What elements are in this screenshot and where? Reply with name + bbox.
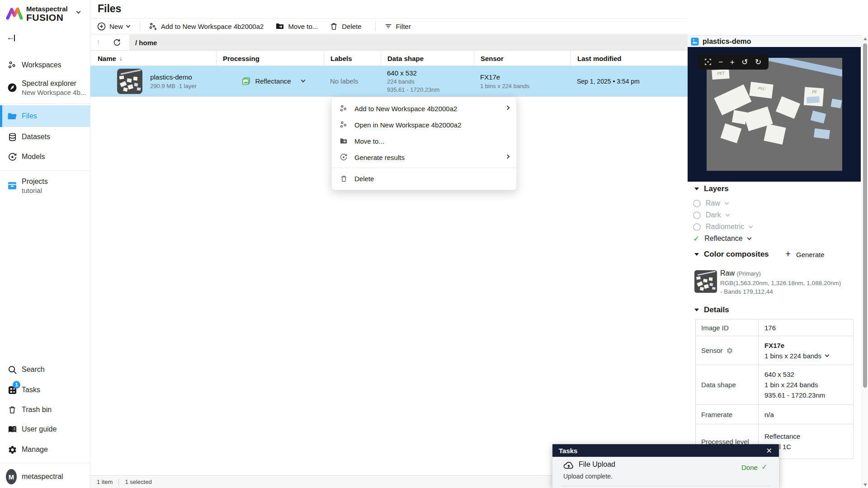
radio-icon[interactable] [693,223,701,231]
column-header-last-modified[interactable]: Last modified [571,51,689,66]
filter-label: Filter [396,23,411,30]
sidebar-item-user-guide[interactable]: User guide [0,419,90,439]
generate-button[interactable]: Generate [796,251,825,258]
filter-button[interactable]: Filter [384,22,411,30]
menu-item-delete[interactable]: Delete [332,170,516,187]
rotate-ccw-button[interactable]: ↺ [741,58,748,66]
layer-row-dark[interactable]: Dark [693,209,729,221]
folder-icon [7,111,18,121]
composite-title[interactable]: Raw (Primary) [720,269,761,277]
scroll-down-icon[interactable] [863,483,867,486]
table-header: Name ↓ Processing Labels Data shape Sens… [90,51,689,66]
sidebar-item-manage[interactable]: Manage [0,440,90,460]
menu-item-open-in-workspace[interactable]: Open in New Workspace 4b2000a2 [332,117,516,133]
preview-toolbar: − + ↺ ↻ [697,54,769,70]
column-header-data-shape[interactable]: Data shape [381,51,474,66]
chevron-down-icon[interactable] [725,212,730,216]
shape-dimensions: 640 x 532 [387,69,474,77]
layer-row-radiometric[interactable]: Radiometric [693,221,752,233]
avatar-initial: M [9,473,14,481]
sensor-bands-dropdown[interactable]: 1 bins x 224 bands [764,352,853,360]
layer-row-reflectance[interactable]: ✓ Reflectance [693,233,751,244]
panel-title-row: plastics-demo [688,35,862,47]
preview-piece [714,84,751,115]
composite-thumbnail[interactable] [694,270,717,293]
sidebar-collapse-button[interactable]: ← [6,33,15,42]
plus-icon[interactable]: + [785,249,791,259]
details-table: Image ID 176 Sensor FX17e 1 bins x 224 b… [695,319,854,459]
preview-piece: PVC [749,82,773,99]
sidebar-item-files[interactable]: Files [0,105,90,127]
fit-to-screen-button[interactable] [704,58,712,66]
username: metaspectral [22,473,63,481]
layers-section-header[interactable]: Layers [694,184,729,193]
gear-icon[interactable] [726,347,733,354]
tasks-popup-body: File Upload Upload complete. Done ✓ [552,457,779,488]
delete-button[interactable]: Delete [330,22,361,31]
scrollbar-thumb[interactable] [863,43,867,388]
processing-dropdown[interactable]: Reflectance [216,66,324,96]
layers-image-icon [241,76,251,86]
zoom-out-button[interactable]: − [718,58,723,66]
image-preview[interactable]: − + ↺ ↻ PET PVC PE [688,47,861,182]
new-button[interactable]: New [97,22,130,31]
menu-item-generate-results[interactable]: Generate results [332,149,516,165]
details-title: Details [704,305,729,314]
refresh-button[interactable] [113,38,121,47]
column-header-name[interactable]: Name ↓ [90,51,216,66]
add-to-workspace-button[interactable]: Add to New Workspace 4b2000a2 [149,22,264,31]
sidebar-item-search[interactable]: Search [0,360,90,380]
user-menu[interactable]: M metaspectral [0,466,90,487]
divider [0,103,90,104]
caret-down-icon [694,188,699,190]
tasks-popup-title: Tasks [559,447,577,455]
sidebar-item-datasets[interactable]: Datasets [0,127,90,147]
sidebar-item-workspaces[interactable]: Workspaces [0,55,90,75]
sidebar-item-label: Models [22,153,45,161]
shape-bands: 224 bands [387,78,474,85]
move-to-button[interactable]: Move to... [275,22,318,31]
divider [332,168,516,168]
sort-desc-icon[interactable]: ↓ [119,55,123,62]
sidebar-item-spectral-explorer[interactable]: Spectral explorer New Workspace 4b... [0,75,90,100]
radio-icon[interactable] [693,200,701,207]
layer-row-raw[interactable]: Raw [693,197,728,209]
rotate-cw-button[interactable]: ↻ [755,58,761,66]
sidebar-item-trash-bin[interactable]: Trash bin [0,400,90,420]
close-icon[interactable]: ✕ [766,446,772,455]
sidebar-item-tasks[interactable]: 1 Tasks [0,380,90,400]
chevron-down-icon[interactable] [747,235,751,240]
metaspectral-logo-icon [5,5,24,23]
app-logo[interactable]: Metaspectral FUSION [5,5,68,23]
book-icon [7,425,18,434]
divider [375,21,376,31]
chevron-down-icon[interactable] [725,200,729,205]
zoom-in-button[interactable]: + [730,58,735,66]
tasks-popup-header[interactable]: Tasks ✕ [552,444,779,457]
workspaces-icon [7,61,18,70]
preview-label-pvc: PVC [750,85,773,92]
column-header-labels[interactable]: Labels [324,51,381,66]
panel-scrollbar[interactable] [862,35,868,488]
focus-icon [704,58,712,66]
sidebar: Metaspectral FUSION ← Workspaces Spectra… [0,0,90,488]
preview-piece [776,96,800,119]
chevron-down-icon[interactable] [749,224,753,228]
details-section-header[interactable]: Details [694,305,729,314]
column-header-processing[interactable]: Processing [216,51,324,66]
table-row[interactable]: plastics-demo 290.9 MB ·1 layer Reflecta… [90,66,689,97]
sidebar-item-projects[interactable]: Projects tutorial [0,173,90,198]
chevron-down-icon [126,23,131,28]
radio-icon[interactable] [693,211,701,219]
sidebar-item-models[interactable]: Models [0,147,90,167]
menu-item-move-to[interactable]: Move to... [332,133,516,149]
menu-item-add-to-workspace[interactable]: Add to New Workspace 4b2000a2 [332,100,516,117]
nav-up-button[interactable]: ↑ [96,38,100,47]
column-header-sensor[interactable]: Sensor [474,51,571,66]
scroll-up-icon[interactable] [863,38,867,40]
path-field[interactable]: / home [129,35,689,50]
divider [0,463,90,463]
composites-section-header[interactable]: Color composites + Generate [694,250,857,259]
brand-chevron-down-icon[interactable] [76,9,81,14]
circle-plus-icon [97,22,106,31]
